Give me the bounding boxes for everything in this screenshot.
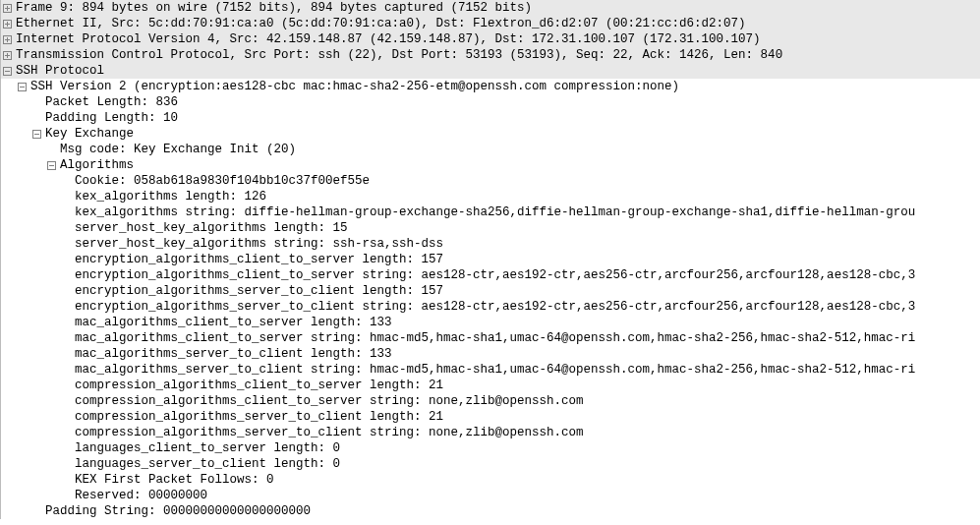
tree-row[interactable]: encryption_algorithms_client_to_server l… <box>0 252 980 267</box>
tree-row-label: mac_algorithms_server_to_client length: … <box>75 346 392 362</box>
tree-row-label: compression_algorithms_server_to_client … <box>75 425 584 440</box>
tree-row[interactable]: kex_algorithms length: 126 <box>0 189 980 204</box>
tree-row-label: compression_algorithms_server_to_client … <box>75 409 443 425</box>
tree-row-label: Cookie: 058ab618a9830f104bb10c37f00ef55e <box>75 173 370 189</box>
tree-row-label: Key Exchange <box>45 126 134 142</box>
tree-row-label: Ethernet II, Src: 5c:dd:70:91:ca:a0 (5c:… <box>16 16 746 31</box>
tree-row-label: Internet Protocol Version 4, Src: 42.159… <box>16 31 761 47</box>
tree-row[interactable]: kex_algorithms string: diffie-hellman-gr… <box>0 204 980 220</box>
tree-row[interactable]: KEX First Packet Follows: 0 <box>0 472 980 488</box>
tree-row-label: Frame 9: 894 bytes on wire (7152 bits), … <box>16 0 532 16</box>
tree-row[interactable]: SSH Protocol <box>0 63 980 79</box>
tree-row[interactable]: compression_algorithms_client_to_server … <box>0 393 980 409</box>
tree-row-label: server_host_key_algorithms length: 15 <box>75 220 348 236</box>
tree-row-label: encryption_algorithms_client_to_server s… <box>75 267 915 283</box>
tree-row[interactable]: server_host_key_algorithms string: ssh-r… <box>0 236 980 252</box>
tree-row-label: compression_algorithms_client_to_server … <box>75 378 443 393</box>
tree-row[interactable]: Frame 9: 894 bytes on wire (7152 bits), … <box>0 0 980 16</box>
tree-row-label: SSH Protocol <box>16 63 104 79</box>
collapse-icon[interactable] <box>47 161 56 170</box>
tree-row-label: Msg code: Key Exchange Init (20) <box>60 142 296 157</box>
tree-row[interactable]: encryption_algorithms_server_to_client s… <box>0 299 980 315</box>
tree-row-label: languages_server_to_client length: 0 <box>75 456 340 472</box>
tree-row-label: languages_client_to_server length: 0 <box>75 440 340 456</box>
tree-row-label: mac_algorithms_client_to_server length: … <box>75 315 392 330</box>
tree-row[interactable]: mac_algorithms_client_to_server string: … <box>0 330 980 346</box>
tree-row-label: Padding Length: 10 <box>45 110 178 126</box>
expand-icon[interactable] <box>3 51 12 60</box>
tree-row-label: Reserved: 00000000 <box>75 488 207 503</box>
tree-row-label: kex_algorithms string: diffie-hellman-gr… <box>75 204 915 220</box>
tree-row[interactable]: Padding Length: 10 <box>0 110 980 126</box>
tree-row[interactable]: Internet Protocol Version 4, Src: 42.159… <box>0 31 980 47</box>
tree-row-label: mac_algorithms_client_to_server string: … <box>75 330 915 346</box>
tree-row-label: server_host_key_algorithms string: ssh-r… <box>75 236 443 252</box>
tree-row-label: Transmission Control Protocol, Src Port:… <box>16 47 782 63</box>
tree-row[interactable]: encryption_algorithms_client_to_server s… <box>0 267 980 283</box>
tree-row-label: mac_algorithms_server_to_client string: … <box>75 362 915 378</box>
packet-details-pane[interactable]: Frame 9: 894 bytes on wire (7152 bits), … <box>0 0 980 519</box>
tree-row[interactable]: server_host_key_algorithms length: 15 <box>0 220 980 236</box>
tree-row[interactable]: languages_server_to_client length: 0 <box>0 456 980 472</box>
tree-row[interactable]: Msg code: Key Exchange Init (20) <box>0 142 980 157</box>
tree-row[interactable]: Algorithms <box>0 157 980 173</box>
tree-row[interactable]: SSH Version 2 (encryption:aes128-cbc mac… <box>0 79 980 94</box>
expand-icon[interactable] <box>3 35 12 44</box>
expand-icon[interactable] <box>3 20 12 29</box>
tree-row-label: Packet Length: 836 <box>45 94 178 110</box>
tree-row-label: compression_algorithms_client_to_server … <box>75 393 584 409</box>
tree-row[interactable]: Packet Length: 836 <box>0 94 980 110</box>
tree-row-label: KEX First Packet Follows: 0 <box>75 472 274 488</box>
tree-row[interactable]: mac_algorithms_server_to_client string: … <box>0 362 980 378</box>
tree-row[interactable]: languages_client_to_server length: 0 <box>0 440 980 456</box>
tree-row-label: Padding String: 00000000000000000000 <box>45 503 311 519</box>
tree-row[interactable]: mac_algorithms_server_to_client length: … <box>0 346 980 362</box>
tree-row[interactable]: Cookie: 058ab618a9830f104bb10c37f00ef55e <box>0 173 980 189</box>
tree-row-label: Algorithms <box>60 157 134 173</box>
tree-row-label: SSH Version 2 (encryption:aes128-cbc mac… <box>30 79 679 94</box>
tree-row[interactable]: compression_algorithms_server_to_client … <box>0 409 980 425</box>
collapse-icon[interactable] <box>3 67 12 76</box>
tree-row[interactable]: encryption_algorithms_server_to_client l… <box>0 283 980 299</box>
tree-row-label: encryption_algorithms_server_to_client s… <box>75 299 915 315</box>
tree-row[interactable]: Ethernet II, Src: 5c:dd:70:91:ca:a0 (5c:… <box>0 16 980 31</box>
tree-row[interactable]: compression_algorithms_server_to_client … <box>0 425 980 440</box>
tree-row[interactable]: Reserved: 00000000 <box>0 488 980 503</box>
collapse-icon[interactable] <box>18 83 27 91</box>
tree-row-label: kex_algorithms length: 126 <box>75 189 266 204</box>
tree-row[interactable]: Transmission Control Protocol, Src Port:… <box>0 47 980 63</box>
collapse-icon[interactable] <box>32 130 41 139</box>
tree-row[interactable]: Padding String: 00000000000000000000 <box>0 503 980 519</box>
tree-row-label: encryption_algorithms_client_to_server l… <box>75 252 443 267</box>
tree-row[interactable]: compression_algorithms_client_to_server … <box>0 378 980 393</box>
tree-row[interactable]: mac_algorithms_client_to_server length: … <box>0 315 980 330</box>
tree-row[interactable]: Key Exchange <box>0 126 980 142</box>
tree-row-label: encryption_algorithms_server_to_client l… <box>75 283 443 299</box>
expand-icon[interactable] <box>3 4 12 13</box>
